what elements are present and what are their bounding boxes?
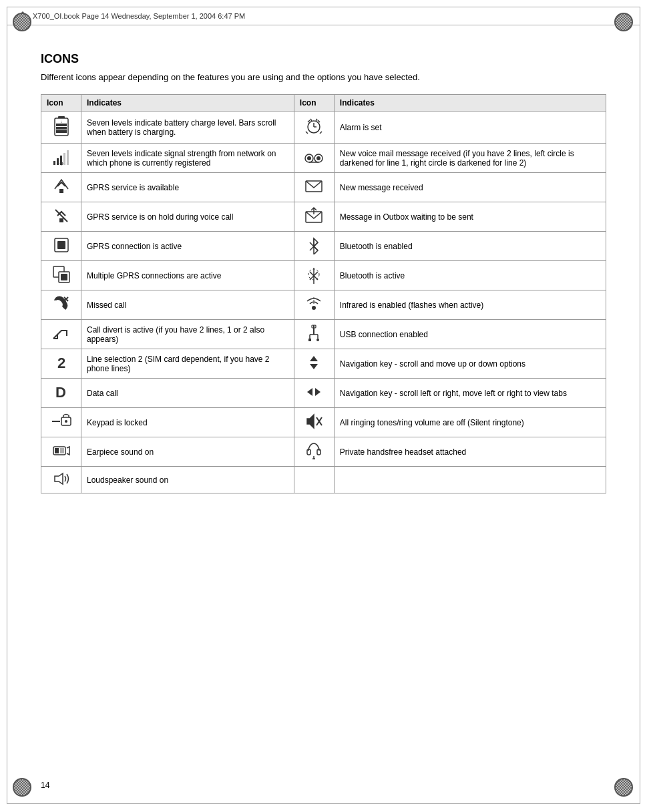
icon-cell-right-1 <box>294 144 334 173</box>
svg-point-56 <box>65 420 67 423</box>
icon-cell-right-5 <box>294 261 334 290</box>
icon-cell-right-12 <box>294 467 334 493</box>
page-border: X700_OI.book Page 14 Wednesday, Septembe… <box>7 7 640 804</box>
text-cell-right-3: Message in Outbox waiting to be sent <box>334 202 606 232</box>
text-cell-left-4: GPRS connection is active <box>81 232 294 261</box>
svg-line-11 <box>318 120 320 122</box>
col-icon1: Icon <box>41 95 81 112</box>
text-cell-right-1: New voice mail message received (if you … <box>334 144 606 173</box>
table-row: Missed call Infrared is enabled (flashes… <box>41 290 606 320</box>
svg-text:2: 2 <box>57 355 65 371</box>
col-icon2: Icon <box>294 95 334 112</box>
icon-cell-left-0: ↓ <box>41 112 81 144</box>
svg-marker-52 <box>307 388 312 396</box>
svg-point-39 <box>312 306 316 310</box>
text-cell-right-4: Bluetooth is enabled <box>334 232 606 261</box>
icon-cell-right-6 <box>294 290 334 320</box>
text-cell-right-9: Navigation key - scroll left or right, m… <box>334 379 606 408</box>
svg-rect-16 <box>53 161 55 165</box>
corner-tr <box>614 13 634 33</box>
svg-line-10 <box>308 120 310 122</box>
corner-tl <box>13 13 33 33</box>
text-cell-left-7: Call divert is active (if you have 2 lin… <box>81 320 294 349</box>
table-row: GPRS service is available New message re… <box>41 173 606 202</box>
icons-table: Icon Indicates Icon Indicates ↓ Seven le… <box>41 94 606 493</box>
svg-line-12 <box>306 132 308 134</box>
page-number: 14 <box>41 781 49 790</box>
icon-cell-right-2 <box>294 173 334 202</box>
text-cell-left-6: Missed call <box>81 290 294 320</box>
svg-rect-45 <box>308 339 311 341</box>
text-cell-left-3: GPRS service is on hold during voice cal… <box>81 202 294 232</box>
svg-rect-30 <box>59 218 63 222</box>
intro-text: Different icons appear depending on the … <box>41 71 606 83</box>
icon-cell-right-9 <box>294 379 334 408</box>
text-cell-right-2: New message received <box>334 173 606 202</box>
table-row: Multiple GPRS connections are active Blu… <box>41 261 606 290</box>
col-indicates1: Indicates <box>81 95 294 112</box>
svg-rect-61 <box>60 448 64 453</box>
text-cell-left-5: Multiple GPRS connections are active <box>81 261 294 290</box>
svg-line-14 <box>310 119 312 121</box>
header-text: X700_OI.book Page 14 Wednesday, Septembe… <box>33 12 245 20</box>
svg-rect-20 <box>67 150 69 165</box>
icon-cell-right-10 <box>294 408 334 437</box>
icon-cell-left-9: D <box>41 379 81 408</box>
content-area: ICONS Different icons appear depending o… <box>7 25 640 534</box>
text-cell-left-1: Seven levels indicate signal strength fr… <box>81 144 294 173</box>
text-cell-right-6: Infrared is enabled (flashes when active… <box>334 290 606 320</box>
page-title: ICONS <box>41 52 606 66</box>
svg-rect-3 <box>56 130 67 133</box>
table-row: D Data call Navigation key - scroll left… <box>41 379 606 408</box>
svg-line-13 <box>320 132 322 134</box>
text-cell-left-12: Loudspeaker sound on <box>81 467 294 493</box>
icon-cell-left-10 <box>41 408 81 437</box>
text-cell-right-7: USB connection enabled <box>334 320 606 349</box>
text-cell-left-2: GPRS service is available <box>81 173 294 202</box>
table-row: 2 Line selection 2 (SIM card dependent, … <box>41 349 606 379</box>
table-row: Seven levels indicate signal strength fr… <box>41 144 606 173</box>
svg-text:D: D <box>55 384 66 401</box>
svg-marker-49 <box>310 356 318 361</box>
icon-cell-right-8 <box>294 349 334 379</box>
svg-rect-33 <box>57 241 65 249</box>
icon-cell-left-8: 2 <box>41 349 81 379</box>
text-cell-left-10: Keypad is locked <box>81 408 294 437</box>
svg-rect-37 <box>61 274 67 280</box>
text-cell-left-8: Line selection 2 (SIM card dependent, if… <box>81 349 294 379</box>
table-row: Loudspeaker sound on <box>41 467 606 493</box>
corner-bl <box>13 778 33 798</box>
icon-cell-left-6 <box>41 290 81 320</box>
icon-cell-left-11 <box>41 437 81 467</box>
text-cell-left-9: Data call <box>81 379 294 408</box>
svg-rect-5 <box>56 124 67 126</box>
svg-marker-53 <box>315 388 320 396</box>
icon-cell-left-4 <box>41 232 81 261</box>
col-indicates2: Indicates <box>334 95 606 112</box>
svg-rect-4 <box>56 127 67 130</box>
text-cell-right-8: Navigation key - scroll and move up or d… <box>334 349 606 379</box>
icon-cell-right-0 <box>294 112 334 144</box>
table-row: Earpiece sound on Private handsfree head… <box>41 437 606 467</box>
icon-cell-left-5 <box>41 261 81 290</box>
icon-cell-right-4 <box>294 232 334 261</box>
icon-cell-right-11 <box>294 437 334 467</box>
text-cell-right-12 <box>334 467 606 493</box>
text-cell-left-0: Seven levels indicate battery charge lev… <box>81 112 294 144</box>
table-row: GPRS connection is active Bluetooth is e… <box>41 232 606 261</box>
icon-cell-left-3 <box>41 202 81 232</box>
text-cell-right-10: All ringing tones/ring volume are off (S… <box>334 408 606 437</box>
table-row: GPRS service is on hold during voice cal… <box>41 202 606 232</box>
svg-rect-17 <box>57 158 59 165</box>
icon-cell-right-7 <box>294 320 334 349</box>
table-header-row: Icon Indicates Icon Indicates <box>41 95 606 112</box>
svg-point-26 <box>316 156 320 160</box>
table-row: Call divert is active (if you have 2 lin… <box>41 320 606 349</box>
icon-cell-left-7 <box>41 320 81 349</box>
text-cell-right-5: Bluetooth is active <box>334 261 606 290</box>
svg-rect-27 <box>59 189 63 193</box>
icon-cell-left-1 <box>41 144 81 173</box>
icon-cell-right-3 <box>294 202 334 232</box>
svg-point-46 <box>316 339 319 341</box>
svg-text:↓: ↓ <box>60 120 62 124</box>
